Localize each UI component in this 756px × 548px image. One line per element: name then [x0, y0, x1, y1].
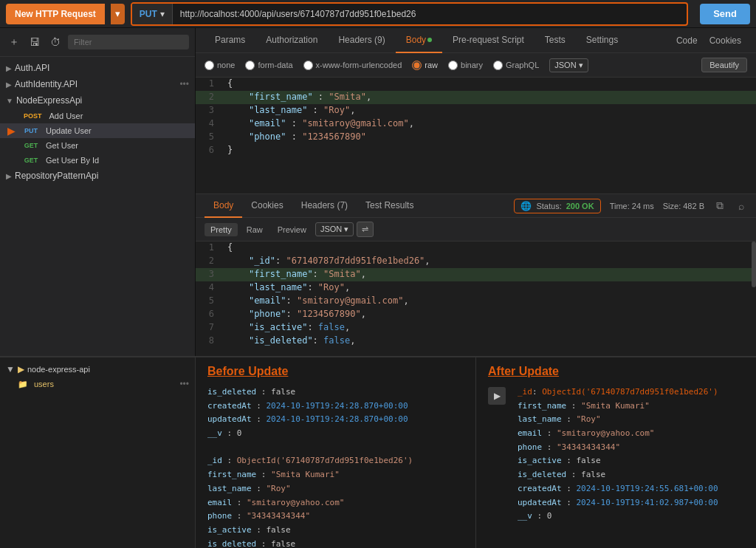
sidebar-group-repository-header[interactable]: ▶ RepositoryPatternApi	[0, 168, 195, 184]
tree-api-label: node-express-api	[27, 365, 90, 374]
tab-pre-request[interactable]: Pre-request Script	[442, 28, 535, 53]
tree-dots-icon[interactable]: •••	[179, 379, 189, 389]
response-tab-body[interactable]: Body	[205, 194, 242, 218]
sidebar-endpoint-update-user[interactable]: ▶ PUT Update User	[0, 123, 195, 138]
sidebar-endpoint-get-user-by-id[interactable]: GET Get User By Id	[0, 153, 195, 168]
tab-settings[interactable]: Settings	[576, 28, 628, 53]
wrap-button[interactable]: ⇌	[357, 222, 374, 237]
arrow-active-icon: ▶	[7, 125, 16, 137]
copy-response-button[interactable]: ⧉	[713, 198, 726, 213]
code-line: 1 {	[196, 78, 756, 91]
response-code-editor[interactable]: 1 { 2 "_id": "67140787d7dd951f0e1bed26",…	[196, 242, 756, 356]
sidebar-save-icon[interactable]: 🖫	[27, 33, 43, 51]
raw-button[interactable]: Raw	[241, 223, 269, 236]
bottom-right: After Update ▶ _id: ObjectId('67140787d7…	[475, 357, 756, 548]
sidebar-group-auth-api-label: Auth.API	[15, 63, 49, 73]
sidebar-endpoint-add-user[interactable]: POST Add User	[0, 109, 195, 123]
tab-code[interactable]: Code	[670, 35, 704, 46]
before-is-deleted: is_deleted : false	[207, 386, 464, 400]
tab-params[interactable]: Params	[205, 28, 255, 53]
request-code-editor[interactable]: 1 { 2 "first_name" : "Smita", 3 "last_na…	[196, 78, 756, 193]
sidebar-add-icon[interactable]: ＋	[6, 32, 22, 52]
new-request-chevron[interactable]: ▾	[111, 4, 125, 24]
status-value: 200 OK	[566, 202, 594, 210]
response-format-bar: Pretty Raw Preview JSON ▾ ⇌	[196, 218, 756, 242]
resp-code-line: 3 "first_name": "Smita",	[196, 268, 756, 281]
tab-body[interactable]: Body	[396, 28, 442, 53]
radio-raw[interactable]: raw	[412, 61, 438, 70]
endpoint-get-user-by-id-label: Get User By Id	[46, 156, 99, 165]
response-tab-test-results[interactable]: Test Results	[357, 194, 422, 218]
tab-authorization[interactable]: Authorization	[255, 28, 328, 53]
code-line: 4 "email" : "smitaroy@gmail.com",	[196, 117, 756, 131]
scrollbar[interactable]	[752, 242, 756, 287]
tab-headers[interactable]: Headers (9)	[328, 28, 395, 53]
status-badge: 🌐 Status: 200 OK	[514, 199, 600, 213]
url-input[interactable]	[173, 9, 687, 19]
sidebar-group-authidentity-label: AuthIdentity.API	[15, 79, 78, 89]
play-button[interactable]: ▶	[488, 387, 506, 405]
before-email: email : "smitaroy@yahoo.com"	[207, 496, 464, 510]
radio-binary[interactable]: binary	[448, 61, 483, 70]
after-first-name: first_name : "Smita Kumari"	[518, 400, 718, 414]
format-dropdown[interactable]: JSON ▾	[549, 58, 588, 72]
sidebar-group-auth-api-header[interactable]: ▶ Auth.API	[0, 60, 195, 76]
after-created-at: createdAt : 2024-10-19T19:24:55.681+00:0…	[518, 482, 718, 496]
tree-expand-icon: ▼	[6, 364, 15, 374]
tree-arrow-icon: ▶	[18, 364, 24, 374]
response-tabs: Body Cookies Headers (7) Test Results 🌐 …	[196, 194, 756, 218]
sidebar-group-nodeexpress-header[interactable]: ▼ NodeExpressApi	[0, 92, 195, 109]
send-button[interactable]: Send	[700, 4, 750, 24]
endpoint-update-user-label: Update User	[46, 126, 92, 135]
before-last-name: last_name : "Roy"	[207, 482, 464, 496]
filter-input[interactable]	[68, 35, 189, 49]
bottom-section: ▼ ▶ node-express-api 📁 users ••• Before …	[0, 356, 756, 548]
sidebar-items: ▶ Auth.API ▶ AuthIdentity.API ••• ▼ Node…	[0, 57, 195, 356]
after-phone: phone : "34343434344"	[518, 441, 718, 455]
radio-urlencoded[interactable]: x-www-form-urlencoded	[303, 61, 402, 70]
status-label: Status:	[536, 202, 561, 210]
before-update-title: Before Update	[207, 365, 464, 378]
after-email: email : "smitaroy@yahoo.com"	[518, 427, 718, 441]
method-select[interactable]: PUT ▾	[132, 4, 173, 24]
pretty-button[interactable]: Pretty	[205, 223, 238, 236]
three-dots-icon[interactable]: •••	[179, 79, 189, 89]
status-area: 🌐 Status: 200 OK Time: 24 ms Size: 482 B…	[514, 198, 747, 213]
tree-users-label: users	[34, 380, 54, 388]
sidebar-group-authidentity-header[interactable]: ▶ AuthIdentity.API •••	[0, 76, 195, 92]
sidebar-toolbar: ＋ 🖫 ⏱	[0, 28, 195, 57]
sidebar-group-repository-label: RepositoryPatternApi	[15, 171, 98, 181]
after-is-deleted: is_deleted : false	[518, 468, 718, 482]
radio-form-data[interactable]: form-data	[245, 61, 292, 70]
beautify-button[interactable]: Beautify	[701, 58, 747, 72]
new-request-button[interactable]: New HTTP Request	[6, 4, 105, 24]
radio-graphql[interactable]: GraphQL	[493, 61, 539, 70]
response-format-dropdown[interactable]: JSON ▾	[315, 222, 354, 236]
tree-item-api[interactable]: ▼ ▶ node-express-api	[0, 362, 195, 377]
response-tab-headers[interactable]: Headers (7)	[292, 194, 357, 218]
method-badge-put: PUT	[21, 126, 41, 135]
endpoint-add-user-label: Add User	[49, 112, 83, 120]
sidebar-history-icon[interactable]: ⏱	[47, 33, 63, 51]
bottom-center: Before Update is_deleted : false created…	[196, 357, 475, 548]
search-response-button[interactable]: ⌕	[735, 199, 747, 213]
tab-tests[interactable]: Tests	[535, 28, 576, 53]
resp-code-line: 7 "is_active": false,	[196, 321, 756, 335]
method-chevron: ▾	[160, 9, 165, 19]
before-first-name: first_name : "Smita Kumari"	[207, 468, 464, 482]
top-bar: New HTTP Request ▾ PUT ▾ Send	[0, 0, 756, 28]
resp-code-line: 6 "phone": "1234567890",	[196, 308, 756, 321]
response-tab-cookies[interactable]: Cookies	[242, 194, 292, 218]
code-line: 2 "first_name" : "Smita",	[196, 91, 756, 104]
chevron-down-icon: ▼	[6, 97, 13, 105]
sidebar-endpoint-get-user[interactable]: GET Get User	[0, 138, 195, 153]
tree-item-users[interactable]: 📁 users •••	[0, 377, 195, 391]
tab-cookies[interactable]: Cookies	[704, 35, 747, 46]
after-update-title: After Update	[488, 365, 744, 378]
preview-button[interactable]: Preview	[272, 223, 312, 236]
request-panel: Params Authorization Headers (9) Body Pr…	[196, 28, 756, 356]
before-updated-at: updatedAt : 2024-10-19T19:24:28.870+00:0…	[207, 413, 464, 427]
before-id: _id : ObjectId('67140787d7dd951f0e1bed26…	[207, 454, 464, 468]
size-value: Size: 482 B	[663, 202, 704, 210]
radio-none[interactable]: none	[205, 61, 235, 70]
